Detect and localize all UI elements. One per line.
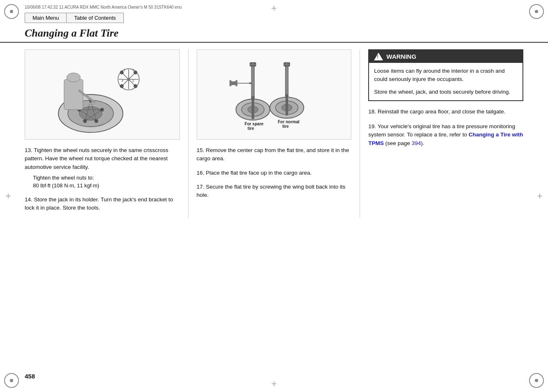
step-18: 18. Reinstall the cargo area floor, and … (368, 108, 523, 116)
step-14-text: Store the jack in its holder. Turn the j… (25, 196, 173, 211)
step-13-text: Tighten the wheel nuts securely in the s… (25, 147, 168, 170)
steps-middle: 15. Remove the center cap from the flat … (197, 146, 352, 199)
main-content: 1 2 3 4 13. Tighten the wheel nuts secur… (0, 49, 548, 218)
svg-point-19 (134, 71, 137, 74)
svg-point-21 (120, 84, 124, 88)
warning-title: WARNING (386, 53, 416, 60)
svg-text:1: 1 (124, 69, 125, 71)
svg-text:For spare: For spare (245, 122, 264, 126)
page-title-section: Changing a Flat Tire (0, 27, 548, 43)
step-17: 17. Secure the flat tire by screwing the… (197, 183, 352, 200)
svg-rect-45 (286, 95, 288, 115)
step-14-number: 14. (25, 196, 33, 203)
corner-decoration-bl (4, 373, 19, 388)
svg-rect-41 (252, 97, 254, 119)
warning-paragraph-1: Loose items can fly around the interior … (374, 67, 518, 84)
steps-left: 13. Tighten the wheel nuts securely in t… (25, 146, 180, 212)
step-13-number: 13. (25, 147, 33, 153)
col-middle: For spare tire For normal tire 15. Remov… (188, 49, 360, 218)
warning-box: WARNING Loose items can fly around the i… (368, 49, 523, 101)
warning-header: WARNING (369, 50, 522, 63)
table-of-contents-button[interactable]: Table of Contents (66, 13, 123, 23)
steps-right: 18. Reinstall the cargo area floor, and … (368, 108, 523, 148)
page-title: Changing a Flat Tire (25, 27, 523, 39)
step-19-text3: ). (421, 140, 424, 146)
step-13-sub: Tighten the wheel nuts to:80 lbf·ft (108… (25, 174, 180, 190)
corner-decoration-tl (4, 4, 19, 19)
step-16: 16. Place the flat tire face up in the c… (197, 169, 352, 177)
svg-rect-49 (230, 80, 232, 86)
step-17-text: Secure the flat tire by screwing the win… (197, 184, 346, 198)
svg-point-28 (67, 73, 80, 82)
step-18-text: Reinstall the cargo area floor, and clos… (378, 108, 506, 115)
svg-rect-27 (64, 79, 83, 110)
crosshair-top (268, 2, 280, 14)
svg-point-20 (134, 84, 137, 88)
warning-paragraph-2: Store the wheel, jack, and tools securel… (374, 88, 518, 96)
svg-rect-50 (236, 80, 238, 86)
step-16-text: Place the flat tire face up in the cargo… (206, 170, 311, 176)
svg-rect-48 (231, 81, 237, 85)
warning-body: Loose items can fly around the interior … (369, 63, 522, 100)
step-17-number: 17. (197, 184, 204, 190)
step-19-number: 19. (368, 123, 376, 129)
svg-text:3: 3 (132, 69, 134, 71)
svg-text:tire: tire (248, 126, 254, 131)
col-left: 1 2 3 4 13. Tighten the wheel nuts secur… (25, 49, 188, 218)
svg-point-18 (120, 71, 124, 74)
page-reference-link[interactable]: 394 (411, 140, 421, 146)
corner-decoration-tr (529, 4, 544, 19)
step-14: 14. Store the jack in its holder. Turn t… (25, 196, 180, 212)
main-menu-button[interactable]: Main Menu (25, 13, 66, 23)
tire-storage-svg: For spare tire For normal tire (229, 55, 319, 134)
illustration-lug-nut: 1 2 3 4 (25, 49, 180, 140)
svg-point-22 (127, 78, 130, 81)
corner-decoration-br (529, 373, 544, 388)
step-16-number: 16. (197, 170, 204, 176)
warning-triangle-icon (374, 53, 383, 60)
crosshair-left (2, 190, 14, 202)
svg-text:4: 4 (122, 79, 123, 82)
step-15-number: 15. (197, 147, 204, 153)
col-right: WARNING Loose items can fly around the i… (360, 49, 523, 218)
illustration-tire-storage: For spare tire For normal tire (197, 49, 352, 140)
crosshair-bottom (268, 378, 280, 390)
page-number: 458 (25, 373, 35, 380)
step-13: 13. Tighten the wheel nuts securely in t… (25, 146, 180, 190)
step-15-text: Remove the center cap from the flat tire… (197, 147, 349, 161)
step-18-number: 18. (368, 108, 376, 115)
step-15: 15. Remove the center cap from the flat … (197, 146, 352, 163)
step-19-text2: (see page (384, 140, 412, 146)
crosshair-right (534, 190, 546, 202)
svg-text:2: 2 (132, 79, 134, 82)
step-19: 19. Your vehicle's original tire has a t… (368, 122, 523, 148)
svg-text:tire: tire (282, 124, 289, 129)
lug-nut-svg: 1 2 3 4 (53, 55, 151, 134)
svg-text:For normal: For normal (278, 120, 300, 124)
